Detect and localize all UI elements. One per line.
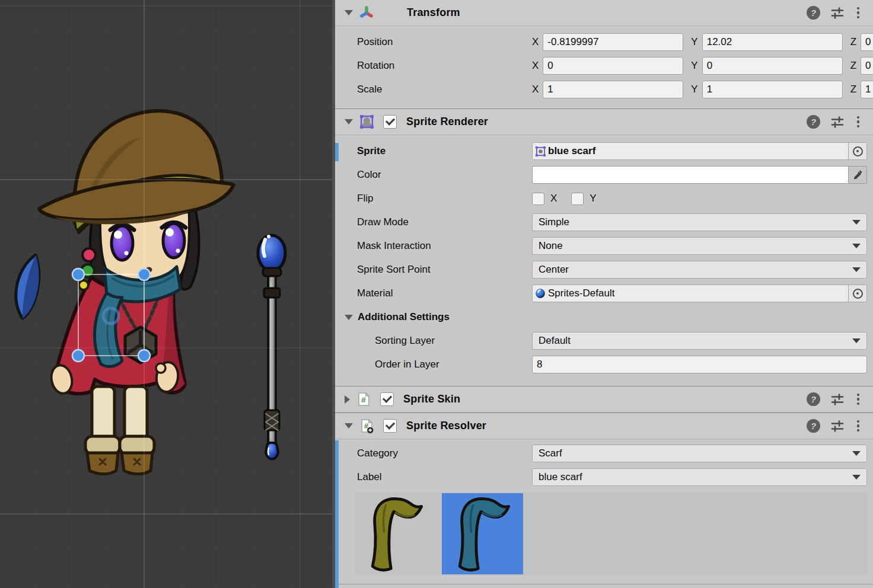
rotation-row: Rotation X Y Z (357, 57, 867, 75)
chevron-down-icon (852, 267, 861, 272)
flip-row: Flip X Y (357, 190, 867, 207)
field-label: Category (357, 448, 532, 459)
sprite-sort-point-row: Sprite Sort Point Center (357, 261, 867, 279)
color-swatch[interactable] (532, 166, 849, 184)
sprite-row: Sprite blue scarf (357, 142, 867, 160)
rotation-y-input[interactable] (702, 57, 843, 75)
sprite-skin-header[interactable]: # Sprite Skin ? (335, 386, 873, 413)
component-title: Sprite Resolver (406, 420, 486, 432)
position-z-input[interactable] (861, 33, 873, 51)
mask-interaction-dropdown[interactable]: None (532, 237, 867, 255)
color-row: Color (357, 166, 867, 184)
kebab-menu-icon[interactable] (853, 116, 864, 128)
scale-x-input[interactable] (543, 81, 683, 98)
flip-x-checkbox[interactable] (532, 193, 544, 205)
flip-y-checkbox[interactable] (571, 193, 584, 205)
scale-row: Scale X Y Z (357, 81, 867, 98)
sprite-renderer-header[interactable]: Sprite Renderer ? (335, 109, 873, 135)
order-in-layer-input[interactable] (532, 356, 867, 373)
field-label: Material (357, 287, 532, 299)
field-label: Draw Mode (357, 216, 532, 228)
component-enabled-checkbox[interactable] (383, 115, 397, 129)
help-icon[interactable]: ? (807, 115, 820, 129)
inspector-bottom-separator (335, 584, 873, 584)
foldout-closed-icon[interactable] (345, 395, 350, 404)
presets-icon[interactable] (830, 115, 845, 129)
foldout-open-icon[interactable] (345, 423, 353, 429)
sprite-mini-icon (533, 146, 548, 157)
eyedropper-button[interactable] (849, 166, 867, 184)
draw-mode-dropdown[interactable]: Simple (532, 213, 867, 231)
script-add-icon: # (358, 418, 375, 434)
position-row: Position X Y Z (357, 33, 867, 51)
field-label: Order in Layer (357, 359, 532, 370)
label-dropdown[interactable]: blue scarf (532, 468, 867, 486)
field-label: Sorting Layer (357, 335, 532, 347)
variant-thumb-blue-scarf[interactable] (442, 493, 523, 574)
help-icon[interactable]: ? (807, 6, 820, 20)
kebab-menu-icon[interactable] (853, 7, 864, 19)
foldout-open-icon (345, 315, 353, 320)
foldout-open-icon[interactable] (345, 119, 353, 124)
foldout-open-icon[interactable] (345, 10, 353, 15)
svg-text:#: # (361, 395, 366, 404)
position-x-input[interactable] (543, 33, 683, 51)
chevron-down-icon (852, 451, 861, 456)
presets-icon[interactable] (830, 392, 845, 407)
scale-z-input[interactable] (861, 81, 873, 98)
component-title: Sprite Renderer (406, 116, 488, 128)
chevron-down-icon (852, 338, 861, 343)
chevron-down-icon (852, 475, 861, 480)
unity-editor-window: Transform ? Position X Y Z Rotation X (0, 0, 873, 588)
material-row: Material Sprites-Default (357, 285, 867, 302)
scene-canvas (0, 0, 332, 588)
position-y-input[interactable] (702, 33, 843, 51)
sprite-renderer-body: Sprite blue scarf Color (335, 135, 873, 386)
component-enabled-checkbox[interactable] (383, 419, 397, 433)
presets-icon[interactable] (830, 6, 845, 20)
field-label: Sprite (357, 145, 532, 157)
sprite-variant-strip (355, 492, 867, 576)
scale-y-input[interactable] (702, 81, 843, 98)
object-picker-button[interactable] (848, 143, 866, 159)
kebab-menu-icon[interactable] (853, 394, 864, 405)
rotation-z-input[interactable] (861, 57, 873, 75)
chevron-down-icon (852, 220, 861, 225)
field-label: Mask Interaction (357, 240, 532, 252)
prefab-override-marker (335, 143, 339, 161)
sprite-resolver-header[interactable]: # Sprite Resolver ? (335, 413, 873, 439)
material-object-field[interactable]: Sprites-Default (532, 285, 867, 302)
field-label: Flip (357, 193, 532, 204)
prefab-override-marker (335, 440, 339, 588)
help-icon[interactable]: ? (807, 419, 820, 433)
component-enabled-checkbox[interactable] (380, 392, 394, 406)
help-icon[interactable]: ? (807, 392, 820, 406)
chevron-down-icon (852, 244, 861, 248)
component-title: Sprite Skin (403, 393, 460, 405)
sorting-layer-row: Sorting Layer Default (357, 332, 867, 350)
sorting-layer-dropdown[interactable]: Default (532, 332, 867, 350)
field-label: Label (357, 471, 532, 483)
inspector-panel: Transform ? Position X Y Z Rotation X (335, 0, 873, 588)
object-picker-icon (853, 146, 863, 156)
presets-icon[interactable] (830, 419, 845, 433)
sprite-sort-point-dropdown[interactable]: Center (532, 261, 867, 279)
additional-settings-foldout-row[interactable]: Additional Settings (357, 308, 867, 326)
kebab-menu-icon[interactable] (853, 420, 864, 432)
script-icon: # (355, 391, 372, 408)
mask-interaction-row: Mask Interaction None (357, 237, 867, 255)
field-label: Rotation (357, 60, 532, 72)
material-sphere-icon (533, 288, 548, 299)
transform-body: Position X Y Z Rotation X Y Z Scale X (335, 26, 873, 108)
category-dropdown[interactable]: Scarf (532, 445, 867, 462)
label-row: Label blue scarf (357, 468, 867, 486)
object-picker-button[interactable] (848, 285, 866, 302)
transform-header[interactable]: Transform ? (335, 0, 873, 26)
sprite-renderer-icon (358, 114, 375, 130)
scene-view[interactable] (0, 0, 332, 588)
sprite-object-field[interactable]: blue scarf (532, 142, 867, 160)
category-row: Category Scarf (357, 445, 867, 462)
rotation-x-input[interactable] (543, 57, 683, 75)
eyedropper-icon (852, 170, 863, 180)
variant-thumb-green-scarf[interactable] (355, 493, 436, 574)
